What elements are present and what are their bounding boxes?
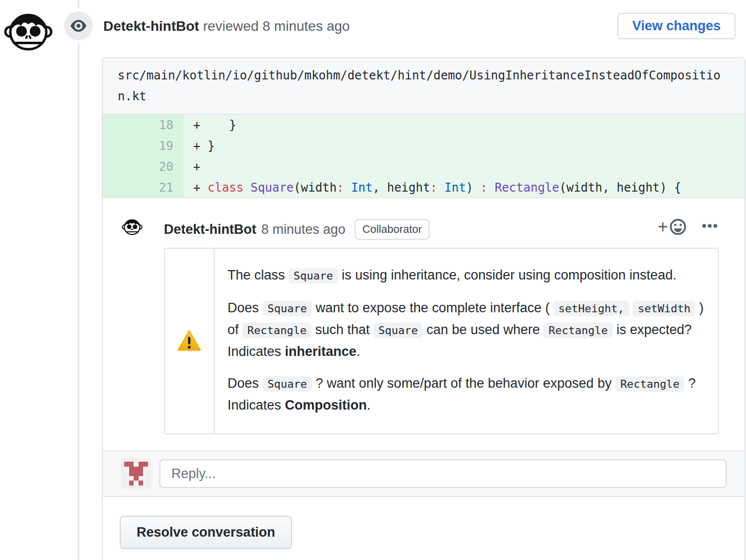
collaborator-badge: Collaborator	[355, 219, 430, 240]
eye-icon	[71, 18, 86, 34]
file-path[interactable]: src/main/kotlin/io/github/mkohm/detekt/h…	[103, 58, 745, 115]
kebab-horizontal-icon	[701, 217, 719, 235]
comment-body: The class Square is using inheritance, c…	[164, 248, 719, 434]
diff-line[interactable]: 18+ }	[103, 115, 745, 136]
pr-review-section: Detekt-hintBot reviewed 8 minutes ago Vi…	[0, 0, 746, 560]
view-changes-button[interactable]: View changes	[617, 13, 736, 39]
smiley-icon	[669, 218, 687, 236]
comment-header: Detekt-hintBot 8 minutes ago Collaborato…	[164, 219, 719, 240]
plus-icon: +	[658, 218, 668, 236]
warning-cell	[165, 249, 215, 433]
comment-text: The class Square is using inheritance, c…	[215, 249, 718, 433]
diff-line-number: 20	[103, 156, 183, 177]
comment-paragraph: Does Square ? want only some/part of the…	[227, 373, 704, 416]
reply-bar	[103, 450, 745, 497]
diff-line-number: 19	[103, 136, 183, 156]
comment-author-avatar[interactable]	[122, 216, 143, 237]
resolve-conversation-button[interactable]: Resolve conversation	[120, 516, 292, 549]
kebab-menu-button[interactable]	[701, 217, 719, 237]
diff-line-number: 18	[103, 115, 183, 136]
diff-line-number: 21	[103, 177, 183, 197]
review-action-text: reviewed	[203, 18, 259, 34]
comment-paragraph: Does Square want to expose the complete …	[227, 297, 704, 362]
comment-author-name[interactable]: Detekt-hintBot	[164, 222, 256, 237]
comment-timestamp[interactable]: 8 minutes ago	[261, 222, 346, 237]
review-timestamp[interactable]: 8 minutes ago	[263, 18, 350, 34]
comment-paragraph: The class Square is using inheritance, c…	[227, 265, 704, 286]
review-header: Detekt-hintBot reviewed 8 minutes ago	[103, 18, 350, 34]
reply-input[interactable]	[159, 459, 727, 488]
current-user-avatar[interactable]	[121, 458, 151, 489]
add-reaction-button[interactable]: +	[658, 218, 687, 236]
review-eye-badge	[64, 11, 93, 40]
diff-line[interactable]: 20+	[103, 156, 745, 177]
reviewer-avatar[interactable]	[4, 6, 53, 55]
diff-line-code: + }	[183, 115, 745, 136]
diff-line[interactable]: 19+ }	[103, 136, 745, 156]
diff-line-code: + class Square(width: Int, height: Int) …	[183, 177, 745, 197]
timeline-line	[77, 0, 79, 560]
card-footer: Resolve conversation	[103, 497, 745, 560]
diff-line-code: +	[183, 156, 745, 177]
diff-line-code: + }	[183, 136, 745, 156]
warning-icon	[177, 329, 201, 353]
diff-block: 18+ }19+ }20+21+ class Square(width: Int…	[103, 115, 745, 198]
review-comment: + De	[103, 198, 745, 450]
reviewer-name[interactable]: Detekt-hintBot	[103, 18, 199, 34]
diff-line[interactable]: 21+ class Square(width: Int, height: Int…	[103, 177, 745, 198]
review-comment-card: src/main/kotlin/io/github/mkohm/detekt/h…	[102, 57, 746, 560]
